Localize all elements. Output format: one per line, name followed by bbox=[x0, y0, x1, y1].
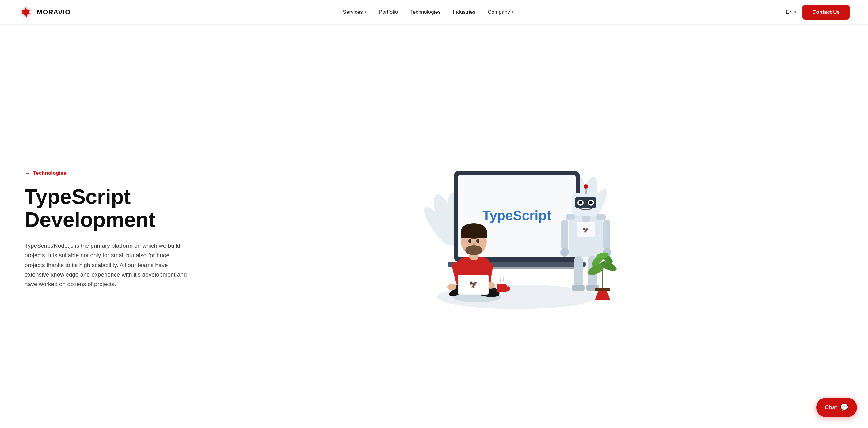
svg-text:🦅: 🦅 bbox=[469, 280, 478, 289]
svg-rect-53 bbox=[566, 214, 575, 220]
logo-text: MORAVIO bbox=[37, 8, 70, 16]
svg-rect-36 bbox=[461, 230, 487, 238]
svg-rect-52 bbox=[582, 216, 590, 222]
svg-rect-41 bbox=[497, 284, 507, 293]
nav-industries[interactable]: Industries bbox=[453, 9, 475, 15]
nav-services[interactable]: Services ▾ bbox=[343, 9, 367, 15]
logo[interactable]: MORAVIO bbox=[19, 5, 70, 20]
svg-rect-61 bbox=[572, 284, 585, 291]
hero-content: ← Technologies TypeScript Development Ty… bbox=[25, 170, 190, 289]
chat-bubble-icon: 💬 bbox=[840, 403, 848, 411]
svg-point-57 bbox=[560, 248, 569, 256]
svg-point-39 bbox=[476, 239, 479, 243]
svg-point-38 bbox=[468, 239, 471, 243]
svg-text:TypeScript: TypeScript bbox=[483, 208, 551, 223]
typescript-illustration: TypeScript 🦅 bbox=[406, 147, 627, 312]
svg-rect-42 bbox=[507, 286, 510, 291]
svg-rect-59 bbox=[575, 256, 583, 287]
header: MORAVIO Services ▾ Portfolio Technologie… bbox=[0, 0, 868, 25]
chevron-down-icon: ▾ bbox=[795, 10, 796, 14]
hero-title: TypeScript Development bbox=[25, 185, 190, 231]
svg-point-37 bbox=[465, 245, 483, 255]
chevron-down-icon: ▾ bbox=[512, 10, 514, 14]
nav-company[interactable]: Company ▾ bbox=[488, 9, 514, 15]
svg-rect-55 bbox=[561, 219, 568, 250]
svg-rect-63 bbox=[585, 188, 587, 194]
chevron-down-icon: ▾ bbox=[365, 10, 367, 14]
chat-label: Chat bbox=[825, 404, 837, 411]
hero-illustration: TypeScript 🦅 bbox=[190, 147, 843, 312]
hero-section: ← Technologies TypeScript Development Ty… bbox=[0, 25, 868, 428]
svg-point-50 bbox=[579, 201, 582, 205]
svg-point-64 bbox=[584, 184, 588, 188]
arrow-left-icon: ← bbox=[25, 170, 31, 177]
main-nav: Services ▾ Portfolio Technologies Indust… bbox=[343, 9, 514, 15]
header-right: EN ▾ Contact Us bbox=[786, 5, 849, 20]
nav-portfolio[interactable]: Portfolio bbox=[379, 9, 398, 15]
svg-point-40 bbox=[473, 243, 475, 245]
svg-text:🦅: 🦅 bbox=[583, 227, 589, 233]
hero-description: TypeScript/Node.js is the primary platfo… bbox=[25, 241, 190, 289]
chat-button[interactable]: Chat 💬 bbox=[816, 398, 857, 417]
nav-technologies[interactable]: Technologies bbox=[410, 9, 440, 15]
svg-rect-56 bbox=[603, 219, 610, 250]
svg-point-51 bbox=[589, 201, 593, 205]
contact-us-button[interactable]: Contact Us bbox=[802, 5, 849, 20]
svg-rect-54 bbox=[596, 214, 606, 220]
back-to-technologies-link[interactable]: ← Technologies bbox=[25, 170, 190, 177]
logo-icon bbox=[19, 5, 33, 20]
svg-point-28 bbox=[447, 284, 456, 291]
language-selector[interactable]: EN ▾ bbox=[786, 9, 796, 15]
